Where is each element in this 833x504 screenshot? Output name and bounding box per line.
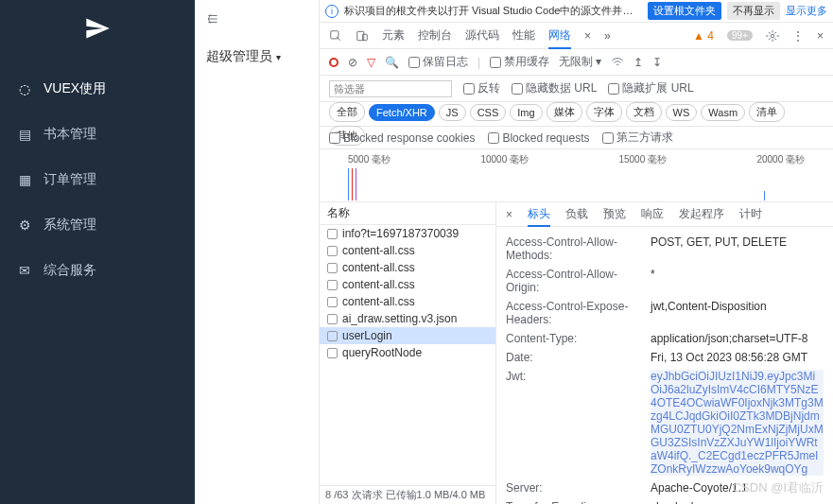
type-wasm[interactable]: Wasm bbox=[701, 104, 745, 121]
inspect-icon[interactable] bbox=[329, 29, 342, 43]
nav-menu: ◌VUEX使用 ▤书本管理 ▦订单管理 ⚙系统管理 ✉综合服务 bbox=[0, 57, 195, 293]
record-button[interactable] bbox=[329, 58, 338, 67]
nav-label: 订单管理 bbox=[43, 171, 96, 188]
dismiss-button[interactable]: 不再显示 bbox=[727, 2, 780, 20]
third-party-checkbox[interactable]: 第三方请求 bbox=[602, 130, 673, 146]
user-role[interactable]: 超级管理员 ▾ bbox=[195, 38, 319, 76]
header-row: Date:Fri, 13 Oct 2023 08:56:28 GMT bbox=[506, 348, 824, 367]
hide-data-url-checkbox[interactable]: 隐藏数据 URL bbox=[512, 80, 597, 96]
nav-label: 书本管理 bbox=[43, 126, 96, 143]
download-icon[interactable]: ↧ bbox=[652, 56, 662, 69]
detail-panel: × 标头 负载 预览 响应 发起程序 计时 Access-Control-All… bbox=[496, 202, 833, 504]
request-row[interactable]: content-all.css bbox=[320, 242, 495, 259]
request-row[interactable]: content-all.css bbox=[320, 259, 495, 276]
file-icon bbox=[327, 348, 338, 358]
header-row[interactable]: Jwt:eyJhbGciOiJIUzI1NiJ9.eyJpc3MiOiJ6a2l… bbox=[506, 367, 824, 478]
file-icon bbox=[327, 263, 338, 273]
timeline-graph bbox=[329, 168, 824, 200]
dtab-preview[interactable]: 预览 bbox=[603, 206, 626, 222]
request-row[interactable]: queryRootNode bbox=[320, 344, 495, 361]
settings-icon[interactable] bbox=[766, 29, 779, 43]
more-icon[interactable]: ⋮ bbox=[792, 29, 804, 43]
disable-cache-checkbox[interactable]: 禁用缓存 bbox=[490, 54, 549, 70]
type-all[interactable]: 全部 bbox=[329, 102, 365, 122]
more-tabs-icon[interactable]: » bbox=[604, 29, 611, 43]
type-js[interactable]: JS bbox=[439, 104, 466, 121]
svg-point-3 bbox=[771, 34, 774, 38]
dtab-payload[interactable]: 负载 bbox=[565, 206, 588, 222]
device-icon[interactable] bbox=[356, 29, 369, 43]
dtab-response[interactable]: 响应 bbox=[641, 206, 664, 222]
gear-icon: ⚙ bbox=[17, 217, 32, 233]
info-icon: i bbox=[325, 5, 338, 18]
type-css[interactable]: CSS bbox=[470, 104, 507, 121]
show-more-link[interactable]: 显示更多 bbox=[786, 4, 827, 18]
type-font[interactable]: 字体 bbox=[586, 102, 622, 122]
dtab-timing[interactable]: 计时 bbox=[739, 206, 762, 222]
dtab-initiator[interactable]: 发起程序 bbox=[679, 206, 724, 222]
nav-label: VUEX使用 bbox=[43, 80, 106, 97]
header-row: Access-Control-Allow-Methods:POST, GET, … bbox=[506, 233, 824, 265]
tab-elements[interactable]: 元素 bbox=[382, 27, 405, 43]
request-row[interactable]: ai_draw.setting.v3.json bbox=[320, 310, 495, 327]
type-media[interactable]: 媒体 bbox=[547, 102, 582, 122]
network-toolbar: ⊘ ▽ 🔍 保留日志 | 禁用缓存 无限制 ▾ ↥ ↧ bbox=[320, 49, 833, 76]
type-ws[interactable]: WS bbox=[666, 104, 698, 121]
file-icon bbox=[327, 314, 338, 324]
app-sidebar: ◌VUEX使用 ▤书本管理 ▦订单管理 ⚙系统管理 ✉综合服务 bbox=[0, 0, 195, 504]
app-logo bbox=[0, 0, 195, 57]
request-row[interactable]: content-all.css bbox=[320, 293, 495, 310]
nav-item-vuex[interactable]: ◌VUEX使用 bbox=[0, 66, 195, 112]
request-row-selected[interactable]: userLogin bbox=[320, 327, 495, 344]
filter-toggle[interactable]: ▽ bbox=[367, 56, 375, 69]
tab-network[interactable]: 网络 bbox=[548, 27, 571, 49]
file-icon bbox=[327, 297, 338, 307]
throttle-select[interactable]: 无限制 ▾ bbox=[559, 54, 601, 70]
response-headers: Access-Control-Allow-Methods:POST, GET, … bbox=[496, 227, 833, 504]
close-detail-icon[interactable]: × bbox=[506, 208, 512, 221]
request-row[interactable]: info?t=1697187370039 bbox=[320, 225, 495, 242]
preserve-log-checkbox[interactable]: 保留日志 bbox=[408, 54, 468, 70]
sub-filters: Blocked response cookies Blocked request… bbox=[320, 127, 833, 149]
upload-icon[interactable]: ↥ bbox=[633, 56, 643, 69]
type-fetch[interactable]: Fetch/XHR bbox=[369, 104, 435, 121]
nav-label: 系统管理 bbox=[43, 217, 96, 234]
close-tab-icon[interactable]: × bbox=[584, 29, 591, 43]
type-manifest[interactable]: 清单 bbox=[749, 102, 785, 122]
nav-item-system[interactable]: ⚙系统管理 bbox=[0, 202, 195, 248]
clear-button[interactable]: ⊘ bbox=[348, 56, 357, 69]
timeline-overview[interactable]: 5000 毫秒 10000 毫秒 15000 毫秒 20000 毫秒 bbox=[320, 149, 833, 202]
name-header[interactable]: 名称 bbox=[320, 202, 495, 225]
nav-item-order[interactable]: ▦订单管理 bbox=[0, 157, 195, 202]
request-list-panel: 名称 info?t=1697187370039 content-all.css … bbox=[320, 202, 496, 504]
issue-badge[interactable]: 99+ bbox=[727, 30, 753, 41]
secondary-panel: 超级管理员 ▾ bbox=[195, 0, 320, 504]
type-doc[interactable]: 文档 bbox=[626, 102, 662, 122]
file-icon bbox=[327, 229, 338, 239]
nav-label: 综合服务 bbox=[43, 262, 96, 279]
request-row[interactable]: content-all.css bbox=[320, 276, 495, 293]
tab-sources[interactable]: 源代码 bbox=[465, 27, 499, 43]
type-img[interactable]: Img bbox=[510, 104, 542, 121]
blocked-cookies-checkbox[interactable]: Blocked response cookies bbox=[329, 131, 475, 145]
wifi-icon[interactable] bbox=[611, 56, 624, 69]
filter-bar: 反转 隐藏数据 URL 隐藏扩展 URL bbox=[320, 76, 833, 102]
chat-icon: ✉ bbox=[17, 263, 32, 278]
set-root-button[interactable]: 设置根文件夹 bbox=[648, 2, 721, 20]
network-split: 名称 info?t=1697187370039 content-all.css … bbox=[320, 202, 833, 504]
close-devtools-icon[interactable]: × bbox=[817, 29, 824, 43]
file-icon: ▤ bbox=[17, 127, 32, 142]
tab-console[interactable]: 控制台 bbox=[418, 27, 452, 43]
blocked-requests-checkbox[interactable]: Blocked requests bbox=[488, 131, 589, 145]
invert-checkbox[interactable]: 反转 bbox=[463, 80, 500, 96]
nav-item-service[interactable]: ✉综合服务 bbox=[0, 248, 195, 293]
hide-ext-url-checkbox[interactable]: 隐藏扩展 URL bbox=[608, 80, 693, 96]
search-button[interactable]: 🔍 bbox=[385, 56, 399, 69]
dtab-headers[interactable]: 标头 bbox=[528, 206, 550, 227]
tab-performance[interactable]: 性能 bbox=[512, 27, 535, 43]
filter-input[interactable] bbox=[329, 80, 452, 97]
warning-count[interactable]: ▲ 4 bbox=[693, 29, 714, 43]
nav-item-book[interactable]: ▤书本管理 bbox=[0, 112, 195, 157]
header-row: Access-Control-Expose-Headers:jwt,Conten… bbox=[506, 297, 824, 329]
collapse-toggle[interactable] bbox=[195, 0, 319, 38]
